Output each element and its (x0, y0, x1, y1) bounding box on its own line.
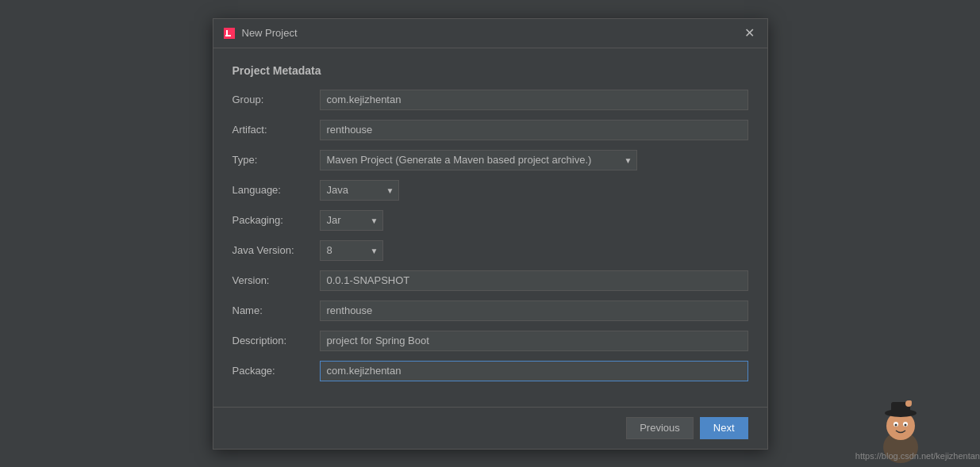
packaging-select[interactable]: Jar War (320, 210, 383, 231)
type-select[interactable]: Maven Project (Generate a Maven based pr… (320, 150, 637, 170)
svg-point-8 (905, 424, 907, 427)
artifact-row: Artifact: (233, 120, 748, 140)
watermark: https://blog.csdn.net/kejizhentan (821, 388, 980, 467)
previous-button[interactable]: Previous (626, 417, 694, 439)
dialog-wrapper: New Project ✕ Project Metadata Group: Ar… (0, 0, 980, 467)
version-input[interactable] (320, 270, 748, 291)
type-label: Type: (233, 154, 320, 166)
svg-point-7 (895, 424, 897, 427)
new-project-dialog: New Project ✕ Project Metadata Group: Ar… (213, 18, 768, 450)
dialog-titlebar: New Project ✕ (213, 19, 767, 48)
type-row: Type: Maven Project (Generate a Maven ba… (233, 150, 748, 170)
version-row: Version: (233, 270, 748, 291)
svg-rect-0 (224, 28, 235, 39)
name-label: Name: (233, 304, 320, 316)
language-select[interactable]: Java Kotlin Groovy (320, 180, 399, 201)
dialog-footer: Previous Next (213, 407, 767, 449)
package-input[interactable] (320, 361, 748, 381)
name-input[interactable] (320, 300, 748, 321)
artifact-input[interactable] (320, 120, 748, 140)
java-version-select[interactable]: 8 11 17 (320, 240, 383, 261)
group-label: Group: (233, 94, 320, 105)
group-row: Group: (233, 90, 748, 110)
group-input[interactable] (320, 90, 748, 110)
svg-rect-1 (225, 35, 231, 36)
version-label: Version: (233, 274, 320, 286)
java-version-row: Java Version: 8 11 17 ▼ (233, 240, 748, 261)
dialog-title: New Project (242, 27, 298, 39)
description-label: Description: (233, 335, 320, 346)
packaging-label: Packaging: (233, 214, 320, 226)
svg-point-12 (909, 400, 912, 404)
language-dropdown-container: Java Kotlin Groovy ▼ (320, 180, 399, 201)
section-title: Project Metadata (233, 64, 748, 77)
packaging-dropdown-container: Jar War ▼ (320, 210, 383, 231)
package-label: Package: (233, 365, 320, 377)
close-button[interactable]: ✕ (742, 25, 758, 41)
java-version-dropdown-container: 8 11 17 ▼ (320, 240, 383, 261)
intellij-icon (223, 27, 236, 40)
type-dropdown-container: Maven Project (Generate a Maven based pr… (320, 150, 637, 170)
description-input[interactable] (320, 331, 748, 351)
java-version-label: Java Version: (233, 244, 320, 256)
dialog-content: Project Metadata Group: Artifact: Type: … (213, 48, 767, 407)
svg-rect-2 (226, 30, 228, 35)
package-row: Package: (233, 361, 748, 381)
description-row: Description: (233, 331, 748, 351)
artifact-label: Artifact: (233, 124, 320, 136)
packaging-row: Packaging: Jar War ▼ (233, 210, 748, 231)
language-row: Language: Java Kotlin Groovy ▼ (233, 180, 748, 201)
watermark-url: https://blog.csdn.net/kejizhentan (855, 451, 980, 461)
next-button[interactable]: Next (700, 417, 748, 439)
language-label: Language: (233, 184, 320, 196)
name-row: Name: (233, 300, 748, 321)
dialog-title-left: New Project (223, 27, 298, 40)
